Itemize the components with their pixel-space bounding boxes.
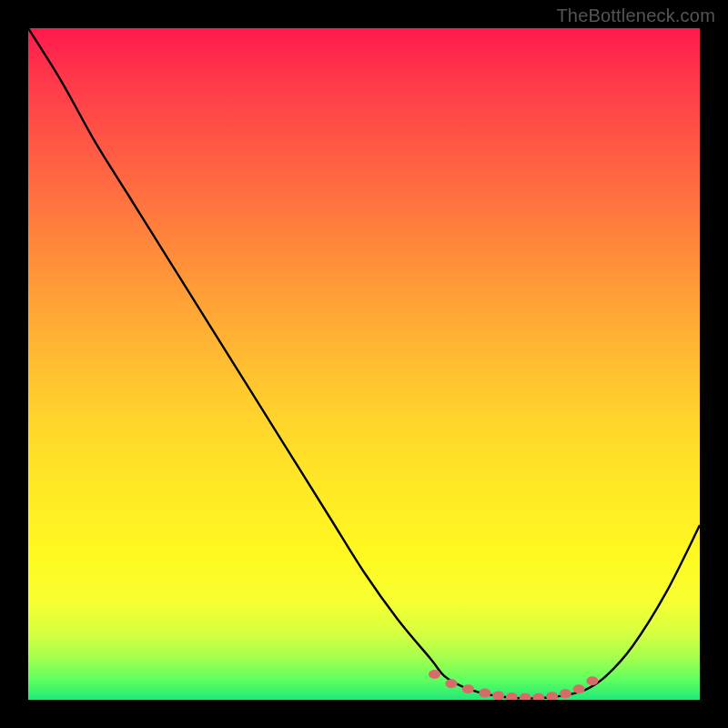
watermark-text: TheBottleneck.com <box>556 5 715 26</box>
optimal-dot <box>462 684 474 693</box>
optimal-dot <box>506 693 518 700</box>
optimal-dot <box>492 692 504 700</box>
optimal-dot <box>532 693 544 700</box>
optimal-dot <box>546 692 558 700</box>
optimal-dot <box>520 693 531 700</box>
optimal-dot <box>560 689 571 698</box>
optimal-dot <box>445 679 457 688</box>
optimal-zone-dots <box>429 670 598 700</box>
optimal-dot <box>479 689 490 698</box>
chart-plot-area <box>28 28 700 700</box>
optimal-dot <box>573 684 585 693</box>
bottleneck-curve-line <box>28 28 700 699</box>
chart-svg <box>28 28 700 700</box>
optimal-dot <box>586 676 598 685</box>
optimal-dot <box>429 670 440 679</box>
